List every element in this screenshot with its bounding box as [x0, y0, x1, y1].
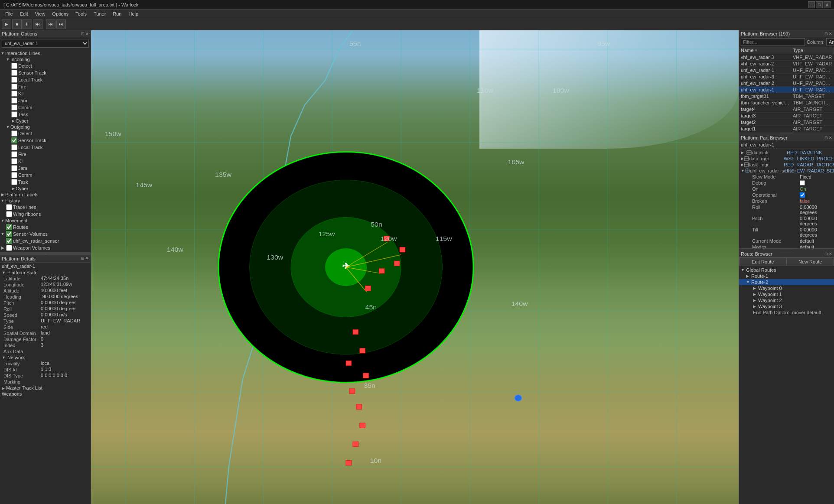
- sensor-volumes-item[interactable]: ▼ Sensor Volumes: [0, 231, 91, 237]
- outgoing-local-track-item[interactable]: Local Track: [0, 144, 91, 151]
- options-icon2[interactable]: ✕: [85, 32, 89, 36]
- datalink-item[interactable]: ▶ datalink RED_DATALINK: [739, 150, 834, 156]
- incoming-task-checkbox[interactable]: [11, 111, 17, 117]
- options-icon1[interactable]: ⊟: [81, 32, 85, 36]
- pause-button[interactable]: ⏸: [23, 20, 32, 29]
- waypoint2-item[interactable]: ▶ Waypoint 2: [751, 297, 834, 303]
- table-row[interactable]: target2 AIR_TARGET: [739, 119, 834, 126]
- outgoing-fire-item[interactable]: Fire: [0, 151, 91, 158]
- incoming-jam-checkbox[interactable]: [11, 98, 17, 104]
- table-row[interactable]: uhf_ew_radar-2 UHF_EW_RADAR: [739, 80, 834, 87]
- weapon-volumes-checkbox[interactable]: [6, 245, 12, 251]
- incoming-task-item[interactable]: Task: [0, 111, 91, 118]
- trace-lines-checkbox[interactable]: [6, 204, 12, 210]
- outgoing-task-checkbox[interactable]: [11, 179, 17, 185]
- table-row[interactable]: uhf_ew_radar-3 UHF_EW_RADAR: [739, 74, 834, 80]
- incoming-sensor-track-item[interactable]: Sensor Track: [0, 69, 91, 76]
- menu-run[interactable]: Run: [109, 10, 125, 18]
- part-browser-icon2[interactable]: ✕: [829, 136, 832, 140]
- sensor-volumes-checkbox[interactable]: [6, 231, 12, 237]
- play-button[interactable]: ▶: [2, 20, 11, 29]
- table-row[interactable]: vhf_ew_radar-2 VHF_EW_RADAR: [739, 61, 834, 67]
- outgoing-sensor-track-item[interactable]: Sensor Track: [0, 137, 91, 144]
- minimize-button[interactable]: ─: [808, 1, 815, 8]
- new-route-button[interactable]: New Route: [787, 257, 834, 266]
- menu-tools[interactable]: Tools: [72, 10, 90, 18]
- table-row[interactable]: target4 AIR_TARGET: [739, 106, 834, 113]
- column-select[interactable]: Any: [826, 38, 834, 46]
- incoming-local-track-item[interactable]: Local Track: [0, 76, 91, 83]
- waypoint0-item[interactable]: ▶ Waypoint 0: [751, 285, 834, 291]
- platform-state-section[interactable]: ▼ Platform State: [0, 270, 91, 276]
- outgoing-local-track-checkbox[interactable]: [11, 144, 17, 150]
- route-browser-icons[interactable]: ⊟ ✕: [824, 252, 832, 256]
- sensor-sub-item[interactable]: uhf_ew_radar_sensor: [0, 237, 91, 244]
- incoming-kill-checkbox[interactable]: [11, 91, 17, 97]
- menu-edit[interactable]: Edit: [16, 10, 32, 18]
- browser-header-icons[interactable]: ⊟ ✕: [824, 32, 832, 36]
- platform-selector[interactable]: uhf_ew_radar-1: [2, 39, 89, 48]
- data-mgr-item[interactable]: ▶ data_mgr WSF_LINKED_PROCESSOR: [739, 156, 834, 162]
- details-header-icons[interactable]: ⊟ ✕: [81, 256, 89, 261]
- platform-labels-item[interactable]: ▶ Platform Labels: [0, 192, 91, 198]
- panel-icons[interactable]: ⊟ ✕: [81, 32, 89, 36]
- incoming-sensor-track-checkbox[interactable]: [11, 70, 17, 76]
- waypoint3-item[interactable]: ▶ Waypoint 3: [751, 303, 834, 309]
- outgoing-task-item[interactable]: Task: [0, 179, 91, 185]
- stop-button[interactable]: ■: [12, 20, 22, 29]
- menu-options[interactable]: Options: [49, 10, 72, 18]
- global-routes-item[interactable]: ▼ Global Routes: [739, 267, 834, 273]
- incoming-comm-item[interactable]: Comm: [0, 104, 91, 111]
- task-mgr-item[interactable]: ▶ task_mgr RED_RADAR_TACTICS: [739, 162, 834, 168]
- name-col-header[interactable]: Name ▼: [739, 47, 791, 54]
- debug-checkbox[interactable]: [800, 180, 805, 185]
- window-controls[interactable]: ─ □ ✕: [808, 1, 831, 8]
- outgoing-cyber-item[interactable]: ▶ Cyber: [0, 185, 91, 192]
- forward-button[interactable]: ⏭: [56, 20, 66, 29]
- table-row[interactable]: tbm_launcher_vehicle_1 TBM_LAUNCHER_VEHI…: [739, 100, 834, 106]
- waypoint1-item[interactable]: ▶ Waypoint 1: [751, 291, 834, 297]
- browser-icon2[interactable]: ✕: [829, 32, 832, 36]
- outgoing-comm-checkbox[interactable]: [11, 172, 17, 178]
- outgoing-jam-checkbox[interactable]: [11, 165, 17, 171]
- outgoing-comm-item[interactable]: Comm: [0, 172, 91, 179]
- route-browser-icon2[interactable]: ✕: [829, 252, 832, 256]
- table-row[interactable]: vhf_ew_radar-3 VHF_EW_RADAR: [739, 54, 834, 61]
- table-row[interactable]: uhf_ew_radar-1 UHF_EW_RADAR: [739, 67, 834, 74]
- incoming-comm-checkbox[interactable]: [11, 104, 17, 111]
- routes-item[interactable]: Routes: [0, 224, 91, 231]
- history-item[interactable]: ▼ History: [0, 198, 91, 204]
- table-row[interactable]: tbm_target01 TBM_TARGET: [739, 93, 834, 100]
- sensor-sub-checkbox[interactable]: [6, 238, 12, 244]
- part-browser-icon1[interactable]: ⊟: [824, 136, 828, 140]
- rewind-button[interactable]: ⏮: [46, 20, 55, 29]
- step-button[interactable]: ⏭: [33, 20, 42, 29]
- incoming-jam-item[interactable]: Jam: [0, 97, 91, 104]
- details-icon2[interactable]: ✕: [85, 256, 89, 261]
- menu-view[interactable]: View: [32, 10, 49, 18]
- weapons-item[interactable]: Weapons: [0, 391, 91, 397]
- incoming-fire-checkbox[interactable]: [11, 84, 17, 90]
- maximize-button[interactable]: □: [816, 1, 823, 8]
- network-section[interactable]: ▼ Network: [0, 354, 91, 361]
- master-track-list-item[interactable]: ▶ Master Track List: [0, 385, 91, 391]
- menu-help[interactable]: Help: [125, 10, 142, 18]
- trace-lines-item[interactable]: Trace lines: [0, 204, 91, 211]
- routes-checkbox[interactable]: [6, 224, 12, 230]
- route1-item[interactable]: ▶ Route-1: [739, 273, 834, 279]
- filter-input[interactable]: [741, 38, 805, 46]
- outgoing-kill-checkbox[interactable]: [11, 158, 17, 164]
- edit-route-button[interactable]: Edit Route: [739, 257, 787, 266]
- table-row[interactable]: uhf_ew_radar-1 UHF_EW_RADAR: [739, 87, 834, 93]
- menu-file[interactable]: File: [2, 10, 16, 18]
- browser-icon1[interactable]: ⊟: [824, 32, 828, 36]
- weapon-volumes-item[interactable]: ▶ Weapon Volumes: [0, 244, 91, 251]
- incoming-item[interactable]: ▼ Incoming: [0, 56, 91, 62]
- wing-ribbons-item[interactable]: Wing ribbons: [0, 211, 91, 218]
- incoming-detect-item[interactable]: Detect: [0, 62, 91, 69]
- incoming-local-track-checkbox[interactable]: [11, 77, 17, 83]
- radar-sensor-item[interactable]: ▼ uhf_ew_radar_sensor UHF_EW_RADAR_SENSO…: [739, 168, 834, 174]
- outgoing-detect-checkbox[interactable]: [11, 130, 17, 137]
- map-area[interactable]: ✈: [91, 30, 739, 504]
- type-col-header[interactable]: Type: [791, 47, 834, 54]
